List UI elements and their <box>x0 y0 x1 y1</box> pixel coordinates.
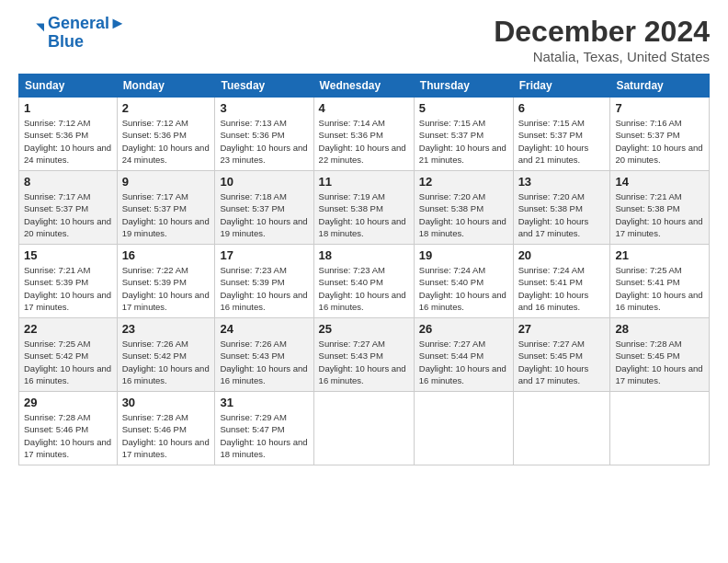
table-row: 22 Sunrise: 7:25 AMSunset: 5:42 PMDaylig… <box>19 318 118 392</box>
svg-marker-0 <box>36 23 44 31</box>
table-row: 8 Sunrise: 7:17 AMSunset: 5:37 PMDayligh… <box>19 171 118 245</box>
table-row: 26 Sunrise: 7:27 AMSunset: 5:44 PMDaylig… <box>414 318 513 392</box>
page: General► Blue December 2024 Natalia, Tex… <box>0 0 728 563</box>
logo-blue: Blue <box>48 32 84 51</box>
day-info: Sunrise: 7:14 AMSunset: 5:36 PMDaylight:… <box>319 118 406 165</box>
table-row <box>610 392 710 465</box>
day-info: Sunrise: 7:20 AMSunset: 5:38 PMDaylight:… <box>419 191 506 238</box>
day-number: 27 <box>518 322 606 336</box>
day-number: 15 <box>24 248 112 262</box>
day-info: Sunrise: 7:28 AMSunset: 5:46 PMDaylight:… <box>24 412 111 459</box>
header: General► Blue December 2024 Natalia, Tex… <box>18 15 710 64</box>
day-number: 10 <box>220 175 308 189</box>
day-number: 31 <box>220 396 308 409</box>
table-row: 7 Sunrise: 7:16 AMSunset: 5:37 PMDayligh… <box>610 98 710 171</box>
day-info: Sunrise: 7:28 AMSunset: 5:46 PMDaylight:… <box>122 412 210 459</box>
logo-text: General► Blue <box>48 15 126 52</box>
day-number: 14 <box>615 175 704 189</box>
day-number: 25 <box>319 322 409 336</box>
day-number: 24 <box>220 322 308 336</box>
logo: General► Blue <box>18 15 126 52</box>
day-info: Sunrise: 7:12 AMSunset: 5:36 PMDaylight:… <box>122 118 210 165</box>
table-row: 12 Sunrise: 7:20 AMSunset: 5:38 PMDaylig… <box>414 171 513 245</box>
day-number: 22 <box>24 322 112 336</box>
table-row: 4 Sunrise: 7:14 AMSunset: 5:36 PMDayligh… <box>313 98 414 171</box>
day-info: Sunrise: 7:17 AMSunset: 5:37 PMDaylight:… <box>24 191 111 238</box>
calendar-week-row: 22 Sunrise: 7:25 AMSunset: 5:42 PMDaylig… <box>19 318 710 392</box>
day-info: Sunrise: 7:21 AMSunset: 5:38 PMDaylight:… <box>615 191 702 238</box>
logo-icon <box>18 20 44 46</box>
day-number: 6 <box>518 101 606 115</box>
col-friday: Friday <box>513 75 610 98</box>
table-row: 2 Sunrise: 7:12 AMSunset: 5:36 PMDayligh… <box>117 98 215 171</box>
table-row: 30 Sunrise: 7:28 AMSunset: 5:46 PMDaylig… <box>117 392 215 465</box>
table-row: 31 Sunrise: 7:29 AMSunset: 5:47 PMDaylig… <box>215 392 313 465</box>
day-number: 21 <box>615 248 704 262</box>
day-info: Sunrise: 7:26 AMSunset: 5:42 PMDaylight:… <box>122 339 210 385</box>
day-number: 7 <box>615 101 704 115</box>
table-row: 13 Sunrise: 7:20 AMSunset: 5:38 PMDaylig… <box>513 171 610 245</box>
table-row: 6 Sunrise: 7:15 AMSunset: 5:37 PMDayligh… <box>513 98 610 171</box>
day-info: Sunrise: 7:27 AMSunset: 5:43 PMDaylight:… <box>319 339 406 385</box>
table-row: 1 Sunrise: 7:12 AMSunset: 5:36 PMDayligh… <box>19 98 118 171</box>
table-row: 20 Sunrise: 7:24 AMSunset: 5:41 PMDaylig… <box>513 245 610 318</box>
day-info: Sunrise: 7:15 AMSunset: 5:37 PMDaylight:… <box>419 118 506 165</box>
table-row: 17 Sunrise: 7:23 AMSunset: 5:39 PMDaylig… <box>215 245 313 318</box>
calendar-week-row: 29 Sunrise: 7:28 AMSunset: 5:46 PMDaylig… <box>19 392 710 465</box>
day-number: 28 <box>615 322 704 336</box>
day-number: 17 <box>220 248 308 262</box>
day-info: Sunrise: 7:22 AMSunset: 5:39 PMDaylight:… <box>122 265 210 312</box>
day-number: 16 <box>122 248 210 262</box>
table-row: 15 Sunrise: 7:21 AMSunset: 5:39 PMDaylig… <box>19 245 118 318</box>
table-row: 19 Sunrise: 7:24 AMSunset: 5:40 PMDaylig… <box>414 245 513 318</box>
col-sunday: Sunday <box>19 75 118 98</box>
day-number: 23 <box>122 322 210 336</box>
table-row: 5 Sunrise: 7:15 AMSunset: 5:37 PMDayligh… <box>414 98 513 171</box>
table-row: 27 Sunrise: 7:27 AMSunset: 5:45 PMDaylig… <box>513 318 610 392</box>
day-number: 8 <box>24 175 112 189</box>
table-row: 11 Sunrise: 7:19 AMSunset: 5:38 PMDaylig… <box>313 171 414 245</box>
table-row: 14 Sunrise: 7:21 AMSunset: 5:38 PMDaylig… <box>610 171 710 245</box>
day-number: 9 <box>122 175 210 189</box>
day-number: 29 <box>24 396 112 409</box>
day-number: 20 <box>518 248 606 262</box>
day-info: Sunrise: 7:27 AMSunset: 5:45 PMDaylight:… <box>518 339 589 385</box>
day-info: Sunrise: 7:21 AMSunset: 5:39 PMDaylight:… <box>24 265 111 312</box>
day-info: Sunrise: 7:12 AMSunset: 5:36 PMDaylight:… <box>24 118 111 165</box>
day-number: 19 <box>419 248 508 262</box>
table-row: 16 Sunrise: 7:22 AMSunset: 5:39 PMDaylig… <box>117 245 215 318</box>
day-number: 1 <box>24 101 112 115</box>
col-saturday: Saturday <box>610 75 710 98</box>
col-wednesday: Wednesday <box>313 75 414 98</box>
table-row <box>313 392 414 465</box>
table-row: 23 Sunrise: 7:26 AMSunset: 5:42 PMDaylig… <box>117 318 215 392</box>
day-number: 13 <box>518 175 606 189</box>
day-number: 12 <box>419 175 508 189</box>
table-row: 18 Sunrise: 7:23 AMSunset: 5:40 PMDaylig… <box>313 245 414 318</box>
day-info: Sunrise: 7:28 AMSunset: 5:45 PMDaylight:… <box>615 339 702 385</box>
calendar-week-row: 15 Sunrise: 7:21 AMSunset: 5:39 PMDaylig… <box>19 245 710 318</box>
day-info: Sunrise: 7:24 AMSunset: 5:41 PMDaylight:… <box>518 265 589 312</box>
day-number: 11 <box>319 175 409 189</box>
day-info: Sunrise: 7:16 AMSunset: 5:37 PMDaylight:… <box>615 118 702 165</box>
day-info: Sunrise: 7:15 AMSunset: 5:37 PMDaylight:… <box>518 118 589 165</box>
day-number: 5 <box>419 101 508 115</box>
table-row: 29 Sunrise: 7:28 AMSunset: 5:46 PMDaylig… <box>19 392 118 465</box>
title-block: December 2024 Natalia, Texas, United Sta… <box>494 15 710 64</box>
day-info: Sunrise: 7:27 AMSunset: 5:44 PMDaylight:… <box>419 339 506 385</box>
month-title: December 2024 <box>494 15 710 49</box>
day-number: 26 <box>419 322 508 336</box>
col-thursday: Thursday <box>414 75 513 98</box>
day-info: Sunrise: 7:19 AMSunset: 5:38 PMDaylight:… <box>319 191 406 238</box>
table-row <box>513 392 610 465</box>
table-row: 24 Sunrise: 7:26 AMSunset: 5:43 PMDaylig… <box>215 318 313 392</box>
day-number: 18 <box>319 248 409 262</box>
table-row: 21 Sunrise: 7:25 AMSunset: 5:41 PMDaylig… <box>610 245 710 318</box>
col-tuesday: Tuesday <box>215 75 313 98</box>
calendar: Sunday Monday Tuesday Wednesday Thursday… <box>18 74 710 465</box>
location-title: Natalia, Texas, United States <box>494 49 710 64</box>
calendar-week-row: 1 Sunrise: 7:12 AMSunset: 5:36 PMDayligh… <box>19 98 710 171</box>
day-info: Sunrise: 7:29 AMSunset: 5:47 PMDaylight:… <box>220 412 307 459</box>
day-number: 3 <box>220 101 308 115</box>
day-info: Sunrise: 7:25 AMSunset: 5:41 PMDaylight:… <box>615 265 702 312</box>
